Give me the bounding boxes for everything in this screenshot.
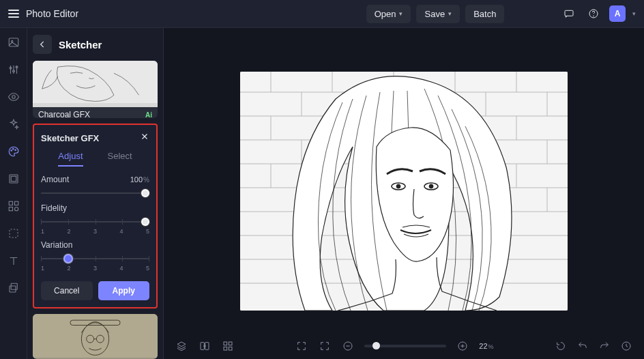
thumb-label-row: Charcoal GFX Ai — [33, 107, 158, 118]
tab-select[interactable]: Select — [108, 151, 132, 167]
adjust-tabs: Adjust Select — [41, 151, 149, 167]
bottom-bar: 22% — [164, 333, 644, 359]
chat-icon[interactable] — [560, 5, 578, 23]
back-button[interactable] — [33, 35, 52, 54]
svg-rect-15 — [14, 201, 18, 205]
svg-rect-36 — [224, 347, 227, 350]
batch-button[interactable]: Batch — [465, 5, 504, 23]
header-right: A ▾ — [560, 5, 636, 23]
logo-area: Photo Editor — [8, 8, 78, 19]
fidelity-track[interactable] — [41, 217, 149, 227]
panel-header: Sketcher — [27, 28, 163, 58]
slider-knob[interactable] — [141, 218, 149, 226]
close-icon[interactable] — [140, 132, 149, 144]
effect-thumb-charcoal[interactable]: Charcoal GFX Ai — [33, 61, 158, 118]
effect-thumb-sketcher1[interactable] — [33, 314, 158, 359]
svg-point-31 — [429, 184, 433, 188]
svg-point-17 — [14, 207, 18, 211]
svg-rect-13 — [11, 176, 16, 182]
zoom-out-icon[interactable] — [341, 339, 355, 353]
svg-point-8 — [12, 96, 15, 99]
undo-icon[interactable] — [576, 339, 589, 353]
canvas-viewport[interactable] — [164, 28, 644, 333]
app-header: Photo Editor Open▾ Save▾ Batch A ▾ — [0, 0, 644, 28]
portrait-sketch — [240, 72, 568, 311]
amount-label: Amount — [41, 175, 69, 184]
svg-point-11 — [14, 149, 16, 151]
cancel-button[interactable]: Cancel — [41, 281, 93, 300]
chevron-down-icon: ▾ — [448, 10, 452, 17]
fidelity-label: Fidelity — [41, 203, 67, 213]
panel-title: Sketcher — [59, 39, 102, 51]
variation-slider: Variation 12345 — [41, 240, 149, 272]
adjust-panel-title: Sketcher GFX — [41, 133, 99, 143]
sparkle-tool-icon[interactable] — [6, 117, 21, 132]
grid-icon[interactable] — [221, 339, 235, 353]
apply-button[interactable]: Apply — [98, 281, 150, 300]
save-button[interactable]: Save▾ — [416, 5, 460, 23]
layers-icon[interactable] — [175, 339, 188, 353]
amount-value: 100% — [130, 175, 149, 184]
crop-tool-icon[interactable] — [6, 226, 21, 241]
main: Sketcher Charcoal GFX Ai Sketcher GFX Ad… — [0, 28, 644, 359]
canvas-image — [240, 72, 568, 311]
svg-rect-37 — [229, 347, 232, 350]
adjust-tool-icon[interactable] — [6, 62, 21, 77]
text-tool-icon[interactable] — [6, 253, 21, 268]
redo-icon[interactable] — [598, 339, 611, 353]
chevron-down-icon: ▾ — [399, 10, 402, 17]
svg-rect-21 — [33, 61, 158, 103]
help-icon[interactable] — [585, 5, 602, 23]
svg-point-9 — [10, 150, 12, 152]
effect-name: Charcoal GFX — [38, 110, 90, 118]
app-title: Photo Editor — [26, 8, 78, 19]
zoom-in-icon[interactable] — [456, 339, 469, 353]
top-buttons: Open▾ Save▾ Batch — [134, 5, 505, 23]
reset-icon[interactable] — [554, 339, 568, 353]
variation-label: Variation — [41, 240, 72, 250]
svg-rect-16 — [9, 207, 12, 211]
zoom-knob[interactable] — [372, 342, 380, 349]
elements-tool-icon[interactable] — [6, 199, 21, 214]
avatar[interactable]: A — [609, 5, 626, 22]
tool-rail — [0, 28, 27, 359]
slider-knob[interactable] — [141, 189, 149, 197]
chevron-down-icon[interactable]: ▾ — [632, 10, 636, 17]
svg-rect-20 — [10, 286, 16, 292]
svg-rect-18 — [10, 229, 18, 238]
svg-rect-0 — [565, 10, 573, 16]
canvas-area: 22% — [164, 28, 644, 359]
svg-rect-19 — [11, 283, 17, 289]
svg-rect-14 — [9, 201, 12, 205]
compare-icon[interactable] — [198, 339, 211, 353]
variation-track[interactable] — [41, 254, 149, 263]
thumb-image — [33, 61, 158, 107]
zoom-value: 22% — [479, 342, 493, 350]
tab-adjust[interactable]: Adjust — [58, 151, 83, 167]
hamburger-icon[interactable] — [8, 10, 19, 18]
svg-point-29 — [396, 184, 400, 188]
palette-tool-icon[interactable] — [6, 144, 21, 159]
svg-rect-34 — [224, 342, 227, 345]
svg-point-2 — [594, 16, 594, 16]
fidelity-ticks: 12345 — [41, 228, 149, 235]
fit-icon[interactable] — [318, 339, 332, 353]
thumb-image — [33, 314, 158, 359]
adjust-panel: Sketcher GFX Adjust Select Amount 100% F… — [33, 124, 158, 308]
slider-knob[interactable] — [63, 254, 73, 263]
eye-tool-icon[interactable] — [6, 89, 21, 104]
fullscreen-icon[interactable] — [295, 339, 308, 353]
amount-track[interactable] — [41, 188, 149, 198]
image-tool-icon[interactable] — [6, 35, 21, 50]
amount-slider: Amount 100% — [41, 175, 149, 198]
open-button[interactable]: Open▾ — [366, 5, 411, 23]
layers-tool-icon[interactable] — [6, 281, 21, 296]
zoom-slider[interactable] — [364, 345, 446, 347]
svg-point-4 — [11, 40, 12, 42]
svg-rect-35 — [229, 342, 232, 345]
ai-badge: Ai — [145, 111, 152, 119]
frame-tool-icon[interactable] — [6, 171, 21, 186]
history-icon[interactable] — [619, 339, 633, 353]
variation-ticks: 12345 — [41, 265, 149, 272]
fidelity-slider: Fidelity 12345 — [41, 203, 149, 235]
